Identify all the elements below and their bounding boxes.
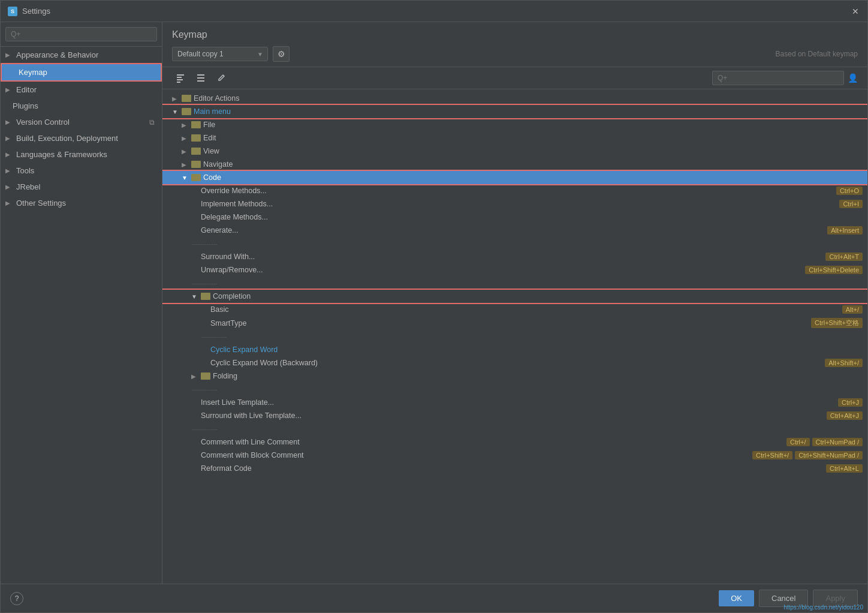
tree-item-label: Code [203,173,221,182]
tree-item-label: Unwrap/Remove... [201,266,263,274]
shortcut-badges: Ctrl+Shift+/ Ctrl+Shift+NumPad / [752,451,863,459]
sidebar-item-editor[interactable]: ▶ Editor [1,82,162,98]
svg-rect-5 [197,77,204,79]
tree-arrow-icon: ▶ [182,122,190,128]
help-button[interactable]: ? [10,592,23,605]
svg-rect-6 [197,80,204,82]
tree-item-implement-methods[interactable]: ▶ Implement Methods... Ctrl+I [162,197,867,211]
tree-item-unwrap-remove[interactable]: ▶ Unwrap/Remove... Ctrl+Shift+Delete [162,263,867,277]
content-area: Keymap Default copy 1 ▼ ⚙ Based on Defau… [162,22,867,584]
tree-item-view[interactable]: ▶ View [162,145,867,158]
sidebar-item-label: Plugins [13,101,38,110]
sidebar: ▶ Appearance & Behavior Keymap ▶ Editor … [1,22,162,584]
tree-separator-2: ------------ [162,277,867,290]
shortcut-badge: Ctrl+Alt+T [825,253,863,261]
tree-item-cyclic-expand-word[interactable]: ▶ Cyclic Expand Word [162,343,867,356]
title-bar: S Settings ✕ [1,1,867,22]
tree-arrow-icon: ▶ [172,95,180,102]
tree-item-smarttype[interactable]: ▶ SmartType Ctrl+Shift+空格 [162,316,867,330]
tree-arrow-icon: ▼ [191,293,200,300]
tree-item-delegate-methods[interactable]: ▶ Delegate Methods... [162,211,867,224]
expand-arrow-icon: ▶ [5,200,14,206]
collapse-all-button[interactable] [192,71,209,85]
tree-item-label: Basic [210,305,229,314]
sidebar-item-build[interactable]: ▶ Build, Execution, Deployment [1,130,162,146]
shortcut-badge: Alt+Shift+/ [825,359,863,367]
tree-item-label: Navigate [203,160,233,169]
tree-item-insert-live-template[interactable]: ▶ Insert Live Template... Ctrl+J [162,396,867,409]
sidebar-item-tools[interactable]: ▶ Tools [1,163,162,179]
shortcut-badges: Ctrl+/ Ctrl+NumPad / [786,438,863,446]
sidebar-item-plugins[interactable]: Plugins [1,98,162,114]
sidebar-item-appearance-behavior[interactable]: ▶ Appearance & Behavior [1,47,162,63]
folder-icon [201,372,210,380]
tree-item-label: Delegate Methods... [201,213,268,221]
shortcut-badge: Ctrl+I [839,200,863,208]
tree-arrow-icon: ▶ [182,161,190,168]
tree-item-generate[interactable]: ▶ Generate... Alt+Insert [162,224,867,237]
sidebar-item-version-control[interactable]: ▶ Version Control ⧉ [1,114,162,130]
ok-button[interactable]: OK [719,590,754,606]
keymap-gear-button[interactable]: ⚙ [273,46,290,62]
sidebar-items: ▶ Appearance & Behavior Keymap ▶ Editor … [1,47,162,584]
svg-rect-4 [197,74,204,76]
keymap-search-input[interactable] [712,71,844,85]
folder-icon [191,161,201,168]
sidebar-item-keymap[interactable]: Keymap [1,63,162,82]
tree-arrow-icon: ▼ [182,175,190,181]
expand-all-button[interactable] [172,71,189,85]
tree-item-surround-live-template[interactable]: ▶ Surround with Live Template... Ctrl+Al… [162,409,867,422]
tree-item-main-menu[interactable]: ▼ Main menu [162,105,867,118]
keymap-dropdown-wrapper: Default copy 1 ▼ [172,47,268,61]
edit-shortcut-button[interactable] [213,71,230,85]
tree-separator-4: ------------ [162,383,867,396]
sidebar-item-other-settings[interactable]: ▶ Other Settings [1,195,162,211]
tree-separator-3: ------------ [162,330,867,343]
tree-item-editor-actions[interactable]: ▶ Editor Actions [162,92,867,105]
separator: ------------ [201,332,227,341]
tree-item-file[interactable]: ▶ File [162,118,867,131]
tree-item-comment-line[interactable]: ▶ Comment with Line Comment Ctrl+/ Ctrl+… [162,435,867,449]
shortcut-badge: Ctrl+Shift+Delete [805,266,863,274]
tree-item-code[interactable]: ▼ Code [162,171,867,184]
shortcut-badge: Ctrl+O [836,187,863,195]
shortcut-badge: Ctrl+Alt+J [827,411,863,420]
tree-item-label: Implement Methods... [201,200,273,208]
tree-item-edit[interactable]: ▶ Edit [162,131,867,145]
separator: ------------ [191,278,218,288]
tree-separator-5: ------------ [162,422,867,435]
separator: ------------ [191,424,218,434]
close-button[interactable]: ✕ [851,7,860,16]
tree-item-comment-block[interactable]: ▶ Comment with Block Comment Ctrl+Shift+… [162,449,867,462]
sidebar-search-input[interactable] [5,27,157,41]
tree-item-label: Edit [203,134,216,142]
keymap-dropdown[interactable]: Default copy 1 [172,47,268,61]
tree-arrow-icon: ▶ [182,148,190,155]
tree-item-navigate[interactable]: ▶ Navigate [162,158,867,171]
svg-rect-0 [177,74,184,76]
expand-arrow-icon: ▶ [5,86,14,93]
tree-item-label: Cyclic Expand Word [210,345,278,354]
tree-item-basic[interactable]: ▶ Basic Alt+/ [162,303,867,316]
tree-item-reformat-code[interactable]: ▶ Reformat Code Ctrl+Alt+L [162,462,867,475]
keymap-header: Keymap Default copy 1 ▼ ⚙ Based on Defau… [162,22,867,67]
tree-item-surround-with[interactable]: ▶ Surround With... Ctrl+Alt+T [162,250,867,263]
tree-item-label: Override Methods... [201,187,267,195]
shortcut-badge-1: Ctrl+Shift+/ [752,451,792,459]
toolbar: 👤 [162,67,867,89]
sidebar-item-label: Editor [16,85,37,94]
tree-item-completion[interactable]: ▼ Completion [162,290,867,303]
shortcut-badge: Ctrl+J [838,398,863,407]
tree-item-folding[interactable]: ▶ Folding [162,369,867,383]
sidebar-item-languages[interactable]: ▶ Languages & Frameworks [1,146,162,163]
watermark-text: https://blog.csdn.net/yidou120 [783,604,863,611]
tree-item-label: View [203,147,219,155]
shortcut-badge: Alt+Insert [827,226,863,235]
tree-item-cyclic-expand-word-backward[interactable]: ▶ Cyclic Expand Word (Backward) Alt+Shif… [162,356,867,369]
keymap-controls: Default copy 1 ▼ ⚙ Based on Default keym… [172,46,858,62]
folder-icon [182,95,191,102]
tree-item-label: Comment with Block Comment [201,451,304,459]
tree-arrow-icon: ▶ [191,373,200,380]
sidebar-item-jrebel[interactable]: ▶ JRebel [1,179,162,195]
tree-item-override-methods[interactable]: ▶ Override Methods... Ctrl+O [162,184,867,197]
